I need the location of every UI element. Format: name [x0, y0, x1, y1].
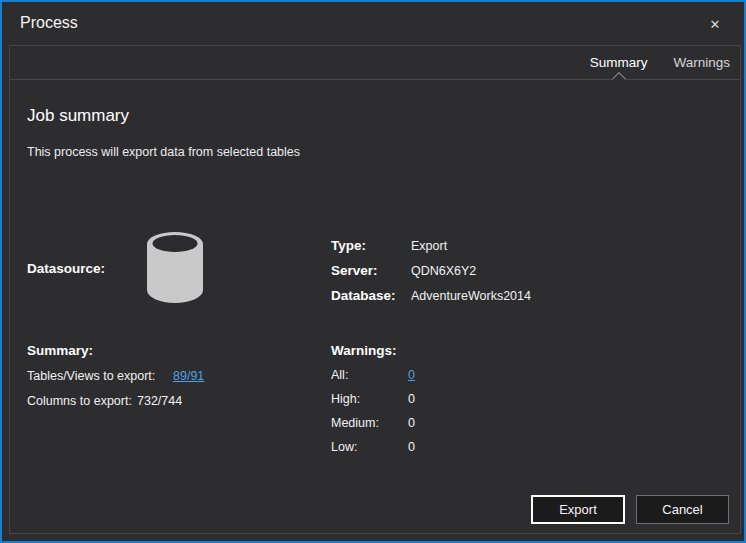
- content-frame: Summary Warnings Job summary This proces…: [9, 45, 741, 534]
- summary-section-label: Summary:: [27, 343, 93, 358]
- title-bar: Process ✕: [2, 2, 744, 45]
- type-value: Export: [411, 239, 447, 253]
- warnings-medium-label: Medium:: [331, 416, 379, 430]
- close-icon[interactable]: ✕: [706, 15, 724, 33]
- warnings-all-label: All:: [331, 368, 348, 382]
- datasource-label: Datasource:: [27, 261, 105, 276]
- warnings-medium-value: 0: [408, 416, 415, 430]
- server-label: Server:: [331, 263, 378, 278]
- process-dialog: Process ✕ Summary Warnings Job summary T…: [0, 0, 746, 543]
- tables-to-export-link[interactable]: 89/91: [173, 369, 204, 383]
- window-title: Process: [20, 14, 78, 32]
- cancel-button[interactable]: Cancel: [636, 495, 729, 524]
- type-label: Type:: [331, 238, 366, 253]
- tables-to-export-label: Tables/Views to export:: [27, 369, 155, 383]
- tab-warnings[interactable]: Warnings: [673, 46, 730, 79]
- warnings-all-link[interactable]: 0: [408, 368, 415, 382]
- warnings-high-label: High:: [331, 392, 360, 406]
- server-value: QDN6X6Y2: [411, 264, 476, 278]
- warnings-low-value: 0: [408, 440, 415, 454]
- page-description: This process will export data from selec…: [27, 145, 300, 159]
- database-label: Database:: [331, 288, 396, 303]
- warnings-low-label: Low:: [331, 440, 357, 454]
- tab-summary[interactable]: Summary: [590, 46, 648, 79]
- database-icon: [144, 230, 206, 310]
- columns-to-export-value: 732/744: [137, 394, 182, 408]
- database-value: AdventureWorks2014: [411, 289, 531, 303]
- tab-strip: Summary Warnings: [10, 46, 740, 80]
- warnings-high-value: 0: [408, 392, 415, 406]
- warnings-section-label: Warnings:: [331, 343, 397, 358]
- columns-to-export-label: Columns to export:: [27, 394, 132, 408]
- page-title: Job summary: [27, 106, 129, 126]
- export-button[interactable]: Export: [531, 495, 625, 524]
